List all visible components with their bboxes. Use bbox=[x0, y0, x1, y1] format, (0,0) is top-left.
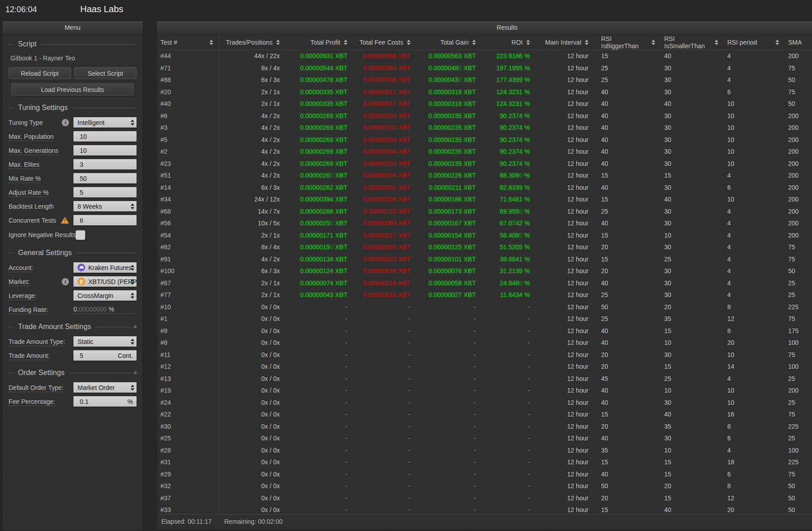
column-header-fee[interactable]: Total Fee Costs bbox=[356, 35, 420, 50]
cell-test: #5 bbox=[157, 134, 219, 146]
table-row[interactable]: #772x / 1x0.00000043 XBT0.00000016 XBT0.… bbox=[157, 289, 812, 301]
table-row[interactable]: #250x / 0x----12 hour4030625 bbox=[157, 432, 812, 444]
market-select[interactable]: ₿ XBT/USD (PERPE bbox=[73, 276, 137, 287]
table-row[interactable]: #64x / 2x0.00000269 XBT0.00000034 XBT0.0… bbox=[157, 110, 812, 122]
column-header-smaller[interactable]: RSI IsSmallerThan bbox=[661, 35, 724, 50]
cell-gain: - bbox=[420, 351, 485, 358]
column-header-sma[interactable]: SMA bbox=[785, 35, 812, 50]
cell-trades: 8x / 4x bbox=[219, 243, 289, 251]
table-row[interactable]: #146x / 3x0.00000262 XBT0.00000051 XBT0.… bbox=[157, 182, 812, 194]
table-row[interactable]: #6814x / 7x0.00000288 XBT0.00000115 XBT0… bbox=[157, 206, 812, 218]
table-row[interactable]: #234x / 2x0.00000269 XBT0.00000034 XBT0.… bbox=[157, 158, 812, 170]
load-previous-results-button[interactable]: Load Previous Results bbox=[11, 83, 134, 96]
column-label: RSI IsBiggerThan bbox=[601, 35, 648, 50]
cell-profit: 0.00000394 XBT bbox=[289, 196, 356, 203]
cell-gain: 0.00000235 XBT bbox=[420, 160, 485, 167]
table-row[interactable]: #718x / 4x0.00000544 XBT0.00000064 XBT0.… bbox=[157, 62, 812, 74]
backtest-length-select[interactable]: 8 Weeks bbox=[73, 201, 137, 211]
cell-interval: 12 hour bbox=[539, 315, 598, 322]
cell-roi: - bbox=[485, 387, 539, 394]
table-row[interactable]: #914x / 2x0.00000134 XBT0.00000033 XBT0.… bbox=[157, 253, 812, 266]
column-header-test[interactable]: Test # bbox=[157, 35, 219, 50]
table-row[interactable]: #402x / 1x0.00000335 XBT0.00000017 XBT0.… bbox=[157, 98, 812, 110]
cell-period: 12 bbox=[724, 315, 785, 322]
trade-amount-type-select[interactable]: Static bbox=[73, 336, 137, 347]
table-row[interactable]: #3424x / 12x0.00000394 XBT0.00000208 XBT… bbox=[157, 193, 812, 206]
column-header-roi[interactable]: ROI bbox=[485, 35, 539, 50]
max-generations-input[interactable]: 10 bbox=[73, 145, 137, 156]
table-row[interactable]: #130x / 0x----12 hour4525425 bbox=[157, 373, 812, 385]
dropdown-stepper-icon bbox=[131, 279, 134, 284]
default-order-type-select[interactable]: Market Order bbox=[73, 382, 137, 393]
cell-test: #25 bbox=[157, 432, 219, 444]
cell-smaller: 30 bbox=[661, 291, 724, 298]
table-row[interactable]: #4444x / 22x0.00000931 XBT0.00000368 XBT… bbox=[157, 50, 812, 62]
table-row[interactable]: #110x / 0x----12 hour20301075 bbox=[157, 349, 812, 361]
cell-smaller: 30 bbox=[661, 136, 724, 143]
cell-smaller: 10 bbox=[661, 387, 724, 394]
table-row[interactable]: #828x / 4x0.00000190 XBT0.00000065 XBT0.… bbox=[157, 241, 812, 253]
table-row[interactable]: #886x / 3x0.00000478 XBT0.00000048 XBT0.… bbox=[157, 74, 812, 86]
ignore-negative-checkbox[interactable] bbox=[76, 230, 85, 240]
column-header-bigger[interactable]: RSI IsBiggerThan bbox=[598, 35, 661, 50]
table-row[interactable]: #202x / 1x0.00000335 XBT0.00000017 XBT0.… bbox=[157, 86, 812, 98]
leverage-select[interactable]: CrossMargin bbox=[73, 290, 137, 301]
column-header-profit[interactable]: Total Profit bbox=[289, 35, 356, 50]
table-row[interactable]: #300x / 0x----12 hour20358225 bbox=[157, 421, 812, 433]
table-row[interactable]: #90x / 0x----12 hour40158175 bbox=[157, 325, 812, 337]
tuning-type-select[interactable]: Intelligent bbox=[73, 117, 137, 128]
adjust-rate-input[interactable]: 5 bbox=[73, 187, 137, 197]
table-row[interactable]: #80x / 0x----12 hour401020100 bbox=[157, 337, 812, 349]
cell-interval: 12 hour bbox=[539, 375, 598, 382]
table-row[interactable]: #280x / 0x----12 hour35104100 bbox=[157, 444, 812, 457]
collapse-icon[interactable]: » bbox=[132, 371, 138, 375]
table-row[interactable]: #34x / 2x0.00000269 XBT0.00000034 XBT0.0… bbox=[157, 122, 812, 134]
cell-smaller: 15 bbox=[661, 363, 724, 370]
mix-rate-input[interactable]: 50 bbox=[73, 173, 137, 183]
table-row[interactable]: #240x / 0x----12 hour40301025 bbox=[157, 397, 812, 409]
concurrent-tests-input[interactable]: 6 bbox=[73, 215, 137, 225]
table-row[interactable]: #1006x / 3x0.00000124 XBT0.00000048 XBT0… bbox=[157, 265, 812, 277]
table-row[interactable]: #190x / 0x----12 hour401010200 bbox=[157, 385, 812, 397]
trade-amount-input[interactable]: 5 Cont. bbox=[73, 350, 137, 361]
reload-script-button[interactable]: Reload Script bbox=[9, 67, 71, 79]
cell-test: #71 bbox=[157, 62, 219, 74]
table-row[interactable]: #310x / 0x----12 hour151518225 bbox=[157, 456, 812, 468]
cell-sma: 200 bbox=[785, 232, 812, 239]
table-row[interactable]: #370x / 0x----12 hour20151250 bbox=[157, 492, 812, 504]
column-header-trades[interactable]: Trades/Positions bbox=[219, 35, 289, 50]
collapse-icon[interactable]: » bbox=[132, 325, 138, 329]
cell-bigger: 40 bbox=[598, 471, 661, 478]
cell-sma: 200 bbox=[785, 136, 812, 143]
max-population-input[interactable]: 10 bbox=[73, 131, 137, 142]
table-row[interactable]: #24x / 2x0.00000269 XBT0.00000034 XBT0.0… bbox=[157, 146, 812, 158]
select-script-button[interactable]: Select Script bbox=[74, 67, 137, 79]
table-row[interactable]: #100x / 0x----12 hour50208225 bbox=[157, 301, 812, 313]
table-row[interactable]: #5610x / 5x0.00000250 XBT0.00000083 XBT0… bbox=[157, 217, 812, 229]
table-row[interactable]: #120x / 0x----12 hour201514100 bbox=[157, 361, 812, 373]
table-row[interactable]: #54x / 2x0.00000269 XBT0.00000034 XBT0.0… bbox=[157, 134, 812, 146]
column-header-gain[interactable]: Total Gain bbox=[420, 35, 485, 50]
cell-test: #32 bbox=[157, 480, 219, 492]
cell-roi: - bbox=[485, 399, 539, 406]
column-header-period[interactable]: RSI period bbox=[724, 35, 785, 50]
column-header-interval[interactable]: Main Interval bbox=[539, 35, 598, 50]
cell-smaller: 10 bbox=[661, 339, 724, 346]
elapsed-time: Elapsed: 00:11:17 bbox=[161, 518, 212, 525]
fee-percentage-input[interactable]: 0.1 % bbox=[73, 396, 137, 407]
max-elites-value: 3 bbox=[80, 161, 83, 168]
cell-trades: 10x / 5x bbox=[219, 220, 289, 227]
table-row[interactable]: #320x / 0x----12 hour5020850 bbox=[157, 480, 812, 492]
table-row[interactable]: #672x / 1x0.00000074 XBT0.00000016 XBT0.… bbox=[157, 277, 812, 289]
cell-profit: - bbox=[289, 411, 356, 418]
table-row[interactable]: #330x / 0x----12 hour15402050 bbox=[157, 504, 812, 514]
cell-interval: 12 hour bbox=[539, 184, 598, 191]
table-row[interactable]: #290x / 0x----12 hour4015675 bbox=[157, 468, 812, 481]
table-row[interactable]: #542x / 1x0.00000171 XBT0.00000017 XBT0.… bbox=[157, 229, 812, 242]
account-select[interactable]: Kraken Futures bbox=[73, 262, 137, 273]
table-row[interactable]: #514x / 2x0.00000260 XBT0.00000034 XBT0.… bbox=[157, 169, 812, 182]
table-row[interactable]: #220x / 0x----12 hour15401675 bbox=[157, 408, 812, 421]
cell-trades: 0x / 0x bbox=[219, 471, 289, 478]
table-row[interactable]: #10x / 0x----12 hour25351275 bbox=[157, 313, 812, 325]
max-elites-input[interactable]: 3 bbox=[73, 159, 137, 169]
